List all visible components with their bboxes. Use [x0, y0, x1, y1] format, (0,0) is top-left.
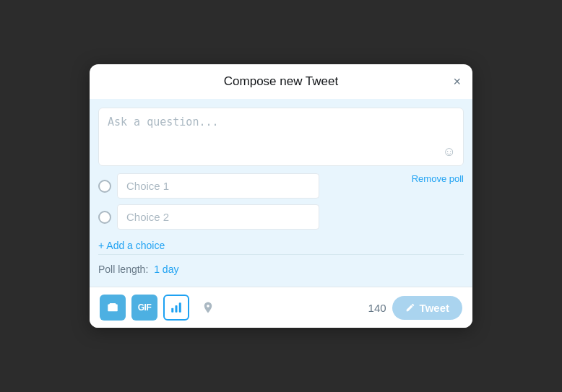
- poll-section: Remove poll + Add a choice Poll length: …: [98, 173, 464, 278]
- dialog-footer: GIF 140 Tweet: [90, 287, 472, 328]
- poll-length-label: Poll length:: [98, 263, 148, 275]
- remove-poll-button[interactable]: Remove poll: [412, 173, 464, 184]
- dialog-header: Compose new Tweet ×: [90, 64, 472, 99]
- choice-row-2: [98, 204, 464, 230]
- camera-icon: [106, 301, 119, 314]
- poll-length-section: Poll length: 1 day: [98, 254, 464, 278]
- close-button[interactable]: ×: [453, 75, 461, 88]
- svg-rect-2: [179, 302, 181, 313]
- poll-icon: [170, 301, 183, 314]
- gif-label: GIF: [138, 302, 152, 313]
- choice-radio-2: [98, 211, 111, 224]
- location-icon: [202, 301, 215, 314]
- svg-rect-0: [171, 308, 173, 313]
- tweet-button[interactable]: Tweet: [392, 296, 462, 320]
- question-area: ☺: [98, 108, 464, 166]
- compose-dialog: Compose new Tweet × ☺ Remove poll: [90, 64, 472, 328]
- poll-choices: Remove poll: [98, 173, 464, 230]
- choice-radio-1: [98, 180, 111, 193]
- dialog-title: Compose new Tweet: [224, 74, 338, 89]
- dialog-body: ☺ Remove poll + Add a choice Poll lengt: [90, 99, 472, 287]
- tweet-label: Tweet: [420, 302, 449, 314]
- choice-row-1: [98, 173, 464, 199]
- gif-button[interactable]: GIF: [131, 295, 157, 321]
- poll-button[interactable]: [163, 295, 189, 321]
- emoji-button[interactable]: ☺: [443, 144, 456, 160]
- choice-input-1[interactable]: [117, 173, 319, 199]
- question-input[interactable]: [108, 116, 454, 155]
- choice-input-2[interactable]: [117, 204, 319, 230]
- poll-length-value: 1 day: [154, 263, 178, 275]
- svg-rect-1: [176, 305, 178, 313]
- add-choice-button[interactable]: + Add a choice: [98, 237, 165, 254]
- char-count: 140: [368, 302, 386, 314]
- photo-button[interactable]: [100, 295, 126, 321]
- location-button[interactable]: [195, 295, 221, 321]
- tweet-edit-icon: [405, 302, 415, 313]
